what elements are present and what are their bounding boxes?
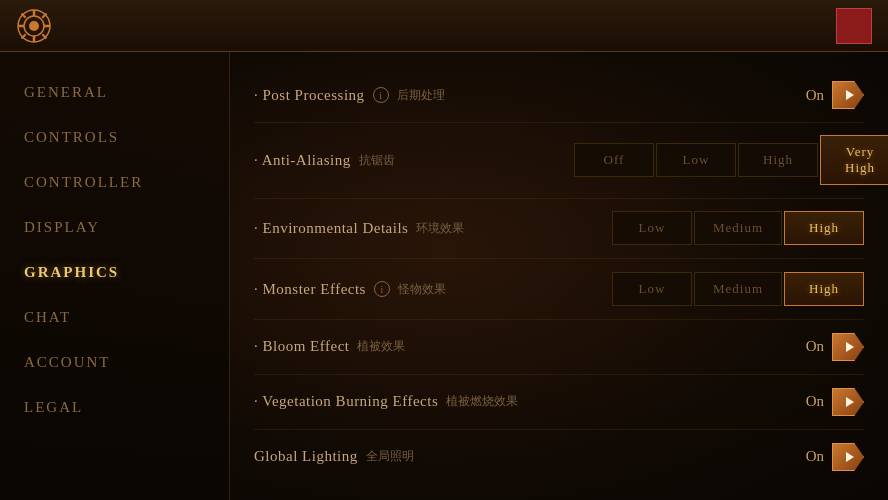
row-label-monster-effects: · Monster Effects <box>254 281 366 298</box>
row-label-cn-bloom-effect: 植被效果 <box>357 338 405 355</box>
settings-row-environmental-details: · Environmental Details环境效果LowMediumHigh <box>254 199 864 260</box>
row-label-vegetation-burning: · Vegetation Burning Effects <box>254 393 438 410</box>
close-button[interactable] <box>836 8 872 44</box>
row-label-cn-environmental-details: 环境效果 <box>416 220 464 237</box>
row-label-cn-vegetation-burning: 植被燃烧效果 <box>446 393 518 410</box>
toggle-value-post-processing: On <box>794 87 824 104</box>
row-label-cn-post-processing: 后期处理 <box>397 87 445 104</box>
option-high-environmental-details[interactable]: High <box>784 211 864 245</box>
settings-row-bloom-effect: · Bloom Effect植被效果On <box>254 320 864 375</box>
sidebar-item-controller[interactable]: CONTROLLER <box>0 162 229 203</box>
option-off-anti-aliasing[interactable]: Off <box>574 143 654 177</box>
info-icon-post-processing[interactable]: i <box>373 87 389 103</box>
toggle-value-bloom-effect: On <box>794 338 824 355</box>
row-label-cn-anti-aliasing: 抗锯齿 <box>359 152 395 169</box>
option-high-anti-aliasing[interactable]: High <box>738 143 818 177</box>
option-medium-environmental-details[interactable]: Medium <box>694 211 782 245</box>
sidebar-item-controls[interactable]: CONTROLS <box>0 117 229 158</box>
row-label-cn-global-lighting: 全局照明 <box>366 448 414 465</box>
toggle-value-vegetation-burning: On <box>794 393 824 410</box>
row-label-bloom-effect: · Bloom Effect <box>254 338 349 355</box>
toggle-arrow-inner-global-lighting <box>846 452 854 462</box>
sidebar: GENERALCONTROLSCONTROLLERDISPLAYGRAPHICS… <box>0 52 230 500</box>
sidebar-item-legal[interactable]: LEGAL <box>0 387 229 428</box>
sidebar-item-chat[interactable]: CHAT <box>0 297 229 338</box>
option-high-monster-effects[interactable]: High <box>784 272 864 306</box>
settings-row-global-lighting: Global Lighting全局照明On <box>254 430 864 484</box>
row-label-anti-aliasing: · Anti-Aliasing <box>254 152 351 169</box>
gear-icon <box>16 8 52 44</box>
settings-row-monster-effects: · Monster Effectsi怪物效果LowMediumHigh <box>254 259 864 320</box>
option-low-environmental-details[interactable]: Low <box>612 211 692 245</box>
sidebar-item-general[interactable]: GENERAL <box>0 72 229 113</box>
info-icon-monster-effects[interactable]: i <box>374 281 390 297</box>
option-very-high-anti-aliasing[interactable]: Very High <box>820 135 888 185</box>
toggle-arrow-inner-bloom-effect <box>846 342 854 352</box>
row-label-environmental-details: · Environmental Details <box>254 220 408 237</box>
option-low-anti-aliasing[interactable]: Low <box>656 143 736 177</box>
option-medium-monster-effects[interactable]: Medium <box>694 272 782 306</box>
title-bar-left <box>16 8 64 44</box>
title-bar <box>0 0 888 52</box>
content-area: · Post Processingi后期处理On· Anti-Aliasing抗… <box>230 52 888 500</box>
row-label-global-lighting: Global Lighting <box>254 448 358 465</box>
sidebar-item-graphics[interactable]: GRAPHICS <box>0 252 229 293</box>
toggle-value-global-lighting: On <box>794 448 824 465</box>
settings-row-vegetation-burning: · Vegetation Burning Effects植被燃烧效果On <box>254 375 864 430</box>
settings-row-anti-aliasing: · Anti-Aliasing抗锯齿OffLowHighVery High <box>254 123 864 199</box>
row-label-cn-monster-effects: 怪物效果 <box>398 281 446 298</box>
svg-point-2 <box>29 21 39 31</box>
sidebar-item-display[interactable]: DISPLAY <box>0 207 229 248</box>
toggle-arrow-inner-post-processing <box>846 90 854 100</box>
sidebar-item-account[interactable]: ACCOUNT <box>0 342 229 383</box>
toggle-arrow-post-processing[interactable] <box>832 81 864 109</box>
toggle-arrow-inner-vegetation-burning <box>846 397 854 407</box>
settings-row-post-processing: · Post Processingi后期处理On <box>254 68 864 123</box>
main-layout: GENERALCONTROLSCONTROLLERDISPLAYGRAPHICS… <box>0 52 888 500</box>
toggle-arrow-bloom-effect[interactable] <box>832 333 864 361</box>
toggle-arrow-vegetation-burning[interactable] <box>832 388 864 416</box>
row-label-post-processing: · Post Processing <box>254 87 365 104</box>
toggle-arrow-global-lighting[interactable] <box>832 443 864 471</box>
option-low-monster-effects[interactable]: Low <box>612 272 692 306</box>
